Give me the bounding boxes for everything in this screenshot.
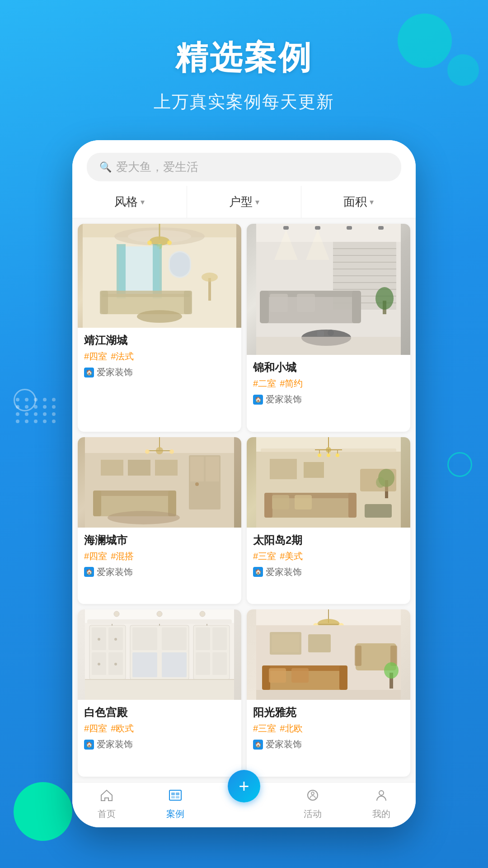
case-card-3[interactable]: 海澜城市 #四室 #混搭 🏠 爱家装饰 — [78, 437, 241, 604]
svg-rect-146 — [256, 690, 401, 700]
card-6-company-name: 爱家装饰 — [266, 738, 302, 750]
filter-tab-style[interactable]: 风格 ▾ — [72, 186, 187, 218]
card-3-info: 海澜城市 #四室 #混搭 🏠 爱家装饰 — [78, 528, 241, 584]
search-placeholder-text: 爱大鱼，爱生活 — [116, 159, 198, 175]
case-card-2[interactable]: 锦和小城 #二室 #简约 🏠 爱家装饰 — [247, 224, 410, 432]
card-3-tags: #四室 #混搭 — [84, 550, 235, 562]
nav-profile-icon — [374, 788, 389, 806]
svg-point-6 — [147, 241, 152, 245]
svg-rect-121 — [85, 679, 234, 700]
nav-cases[interactable]: 案例 — [141, 788, 210, 820]
card-3-tag-2: #混搭 — [111, 550, 134, 562]
svg-rect-61 — [206, 457, 219, 481]
svg-rect-15 — [101, 291, 191, 297]
svg-point-145 — [384, 662, 399, 679]
svg-point-98 — [200, 611, 205, 617]
svg-rect-149 — [176, 793, 179, 795]
svg-rect-10 — [117, 244, 126, 298]
nav-home-icon — [99, 788, 114, 806]
svg-rect-88 — [365, 504, 392, 518]
svg-rect-111 — [132, 652, 157, 677]
card-3-title: 海澜城市 — [84, 533, 235, 547]
svg-rect-151 — [176, 796, 179, 798]
svg-point-154 — [379, 791, 384, 795]
nav-activities-label: 活动 — [304, 808, 322, 820]
card-6-info: 阳光雅苑 #三室 #北欧 🏠 爱家装饰 — [247, 700, 410, 756]
card-5-title: 白色宫殿 — [84, 705, 235, 720]
card-1-image — [78, 224, 241, 328]
svg-rect-11 — [153, 244, 162, 298]
svg-rect-114 — [196, 627, 210, 650]
company-icon-2: 🏠 — [253, 395, 263, 405]
svg-rect-13 — [170, 252, 190, 277]
svg-point-106 — [98, 663, 100, 665]
svg-rect-109 — [132, 627, 157, 650]
company-icon-4: 🏠 — [253, 567, 263, 577]
nav-publish-fab[interactable]: + — [228, 770, 260, 802]
svg-point-62 — [195, 482, 199, 486]
filter-tabs: 风格 ▾ 户型 ▾ 面积 ▾ — [72, 186, 416, 218]
svg-rect-134 — [308, 634, 331, 652]
svg-rect-44 — [317, 331, 324, 336]
svg-rect-66 — [168, 491, 176, 516]
case-card-1[interactable]: 靖江湖城 #四室 #法式 🏠 爱家装饰 — [78, 224, 241, 432]
svg-rect-24 — [315, 226, 320, 230]
svg-rect-148 — [171, 793, 175, 795]
svg-point-18 — [137, 310, 182, 323]
svg-rect-140 — [291, 668, 309, 683]
filter-tab-area[interactable]: 面积 ▾ — [301, 186, 416, 218]
card-4-company-name: 爱家装饰 — [266, 566, 302, 578]
card-4-tags: #三室 #美式 — [253, 550, 404, 562]
svg-rect-150 — [171, 796, 175, 798]
case-card-6[interactable]: 阳光雅苑 #三室 #北欧 🏠 爱家装饰 — [247, 609, 410, 777]
search-bar[interactable]: 🔍 爱大鱼，爱生活 — [87, 153, 401, 181]
nav-home[interactable]: 首页 — [72, 788, 141, 820]
card-2-tag-2: #简约 — [280, 377, 303, 390]
svg-rect-25 — [347, 226, 352, 230]
svg-rect-81 — [304, 462, 324, 478]
svg-rect-64 — [94, 491, 175, 496]
nav-publish[interactable]: + 发布 — [210, 788, 278, 820]
filter-tab-type[interactable]: 户型 ▾ — [187, 186, 302, 218]
nav-profile-label: 我的 — [372, 808, 390, 820]
svg-point-54 — [145, 449, 150, 454]
card-6-company: 🏠 爱家装饰 — [253, 738, 404, 750]
svg-rect-142 — [355, 646, 361, 666]
svg-point-96 — [114, 611, 119, 617]
filter-style-label: 风格 — [114, 194, 138, 210]
search-icon: 🔍 — [99, 161, 112, 173]
card-4-title: 太阳岛2期 — [253, 533, 404, 547]
filter-area-arrow: ▾ — [370, 197, 374, 207]
case-card-4[interactable]: 太阳岛2期 #三室 #美式 🏠 爱家装饰 — [247, 437, 410, 604]
svg-rect-117 — [212, 652, 227, 675]
page-title: 精选案例 — [0, 36, 488, 80]
svg-rect-139 — [269, 668, 286, 683]
svg-point-107 — [114, 663, 117, 665]
nav-profile[interactable]: 我的 — [347, 788, 416, 820]
cards-grid: 靖江湖城 #四室 #法式 🏠 爱家装饰 — [72, 218, 416, 782]
svg-rect-26 — [378, 226, 384, 230]
card-2-title: 锦和小城 — [253, 360, 404, 375]
card-2-company: 🏠 爱家装饰 — [253, 393, 404, 406]
svg-rect-60 — [190, 457, 204, 481]
deco-circle-right-mid — [447, 452, 472, 477]
svg-point-55 — [169, 449, 174, 454]
nav-activities[interactable]: 活动 — [278, 788, 347, 820]
nav-activities-icon — [305, 788, 320, 806]
svg-point-97 — [157, 611, 162, 617]
svg-point-153 — [311, 792, 314, 795]
card-4-company: 🏠 爱家装饰 — [253, 566, 404, 578]
svg-rect-112 — [162, 652, 187, 677]
case-card-5[interactable]: 白色宫殿 #四室 #欧式 🏠 爱家装饰 — [78, 609, 241, 777]
nav-home-label: 首页 — [98, 808, 116, 820]
svg-point-78 — [327, 453, 330, 457]
card-2-info: 锦和小城 #二室 #简约 🏠 爱家装饰 — [247, 355, 410, 411]
card-5-tags: #四室 #欧式 — [84, 722, 235, 735]
nav-cases-icon — [168, 788, 183, 806]
svg-rect-85 — [348, 493, 357, 518]
card-1-tags: #四室 #法式 — [84, 350, 235, 363]
card-6-tags: #三室 #北欧 — [253, 722, 404, 735]
card-1-info: 靖江湖城 #四室 #法式 🏠 爱家装饰 — [78, 328, 241, 384]
svg-point-105 — [114, 638, 117, 641]
card-4-info: 太阳岛2期 #三室 #美式 🏠 爱家装饰 — [247, 528, 410, 584]
